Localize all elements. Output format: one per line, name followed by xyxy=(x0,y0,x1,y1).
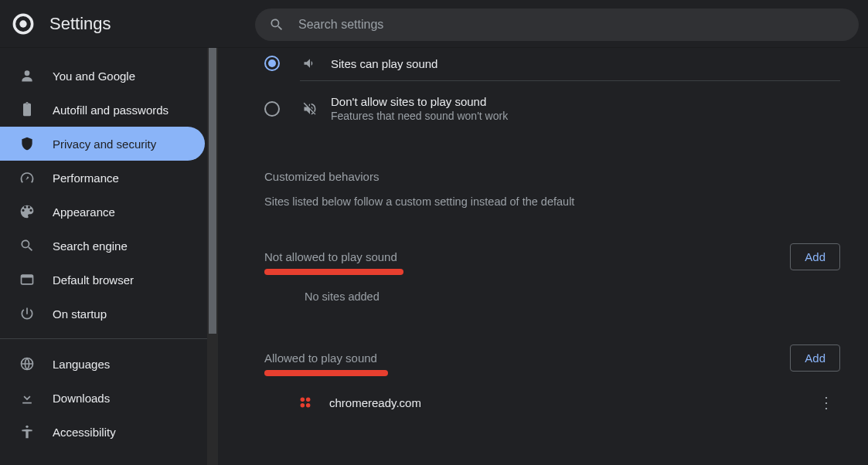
radio-selected-icon[interactable] xyxy=(264,56,280,71)
sidebar-item-privacy[interactable]: Privacy and security xyxy=(0,127,205,161)
sidebar-item-default-browser[interactable]: Default browser xyxy=(0,263,205,297)
divider xyxy=(0,338,216,339)
annotation-underline xyxy=(264,269,403,275)
accessibility-icon xyxy=(19,423,36,440)
search-icon xyxy=(269,17,284,32)
no-sites-text: No sites added xyxy=(264,290,840,303)
speed-icon xyxy=(19,169,36,186)
radio-label: Sites can play sound xyxy=(331,57,437,70)
download-icon xyxy=(19,389,36,406)
svg-point-2 xyxy=(25,70,30,76)
volume-off-icon xyxy=(301,101,318,117)
power-icon xyxy=(19,305,36,322)
add-allowed-button[interactable]: Add xyxy=(790,345,840,372)
not-allowed-header: Not allowed to play sound Add xyxy=(264,243,840,270)
sidebar-item-accessibility[interactable]: Accessibility xyxy=(0,415,205,449)
not-allowed-label: Not allowed to play sound xyxy=(264,250,397,263)
annotation-underline xyxy=(264,370,388,376)
sidebar-item-label: Default browser xyxy=(53,273,134,287)
more-actions-icon[interactable]: ⋮ xyxy=(812,390,840,415)
browser-icon xyxy=(19,271,36,288)
shield-icon xyxy=(19,135,36,152)
sidebar-item-downloads[interactable]: Downloads xyxy=(0,381,205,415)
globe-icon xyxy=(19,355,36,372)
sidebar-item-label: You and Google xyxy=(53,70,135,83)
sidebar-item-label: Languages xyxy=(53,358,110,371)
sidebar-item-label: Performance xyxy=(53,171,119,185)
search-input[interactable] xyxy=(298,18,845,32)
clipboard-icon xyxy=(19,101,36,118)
site-favicon-icon xyxy=(297,394,314,411)
allowed-header: Allowed to play sound Add xyxy=(264,345,840,372)
page-title: Settings xyxy=(49,14,111,34)
allowed-label: Allowed to play sound xyxy=(264,351,377,365)
sidebar-item-label: Accessibility xyxy=(53,426,116,439)
sidebar-item-label: Autofill and passwords xyxy=(53,104,168,117)
sidebar-item-you-google[interactable]: You and Google xyxy=(0,59,205,93)
search-icon xyxy=(19,237,36,254)
sidebar-item-label: Search engine xyxy=(53,239,128,253)
add-not-allowed-button[interactable]: Add xyxy=(790,243,840,270)
sidebar-item-startup[interactable]: On startup xyxy=(0,297,205,331)
svg-point-7 xyxy=(301,398,305,402)
sidebar-item-languages[interactable]: Languages xyxy=(0,347,205,381)
svg-point-8 xyxy=(306,398,311,402)
sidebar-item-label: Appearance xyxy=(53,205,115,219)
sidebar-item-label: Downloads xyxy=(53,392,110,405)
sidebar-item-label: Privacy and security xyxy=(53,137,156,151)
radio-unselected-icon[interactable] xyxy=(264,101,280,117)
sidebar-item-search-engine[interactable]: Search engine xyxy=(0,229,205,263)
svg-point-9 xyxy=(301,403,305,408)
search-settings-bar[interactable] xyxy=(255,8,859,41)
sidebar-item-appearance[interactable]: Appearance xyxy=(0,195,205,229)
palette-icon xyxy=(19,203,36,220)
header: Settings xyxy=(0,0,868,48)
radio-label: Don't allow sites to play sound xyxy=(331,95,508,108)
customized-behaviors-heading: Customized behaviors xyxy=(264,170,840,183)
sidebar-item-label: On startup xyxy=(53,307,107,321)
chrome-logo-icon xyxy=(12,13,34,35)
sidebar-scrollbar-track[interactable] xyxy=(207,48,218,465)
svg-rect-4 xyxy=(22,275,33,277)
sidebar-scrollbar-thumb[interactable] xyxy=(209,48,216,334)
person-icon xyxy=(19,67,36,84)
site-name: chromeready.com xyxy=(329,396,421,409)
radio-description: Features that need sound won't work xyxy=(331,110,508,122)
sidebar-item-performance[interactable]: Performance xyxy=(0,161,205,195)
sidebar: You and Google Autofill and passwords Pr… xyxy=(0,48,216,465)
volume-icon xyxy=(301,56,318,71)
radio-block-sound[interactable]: Don't allow sites to play sound Features… xyxy=(264,81,840,136)
svg-point-1 xyxy=(19,20,26,27)
svg-point-10 xyxy=(306,403,311,408)
radio-allow-sound[interactable]: Sites can play sound xyxy=(264,48,840,80)
customized-behaviors-desc: Sites listed below follow a custom setti… xyxy=(264,195,840,208)
svg-point-6 xyxy=(26,426,28,428)
sidebar-item-autofill[interactable]: Autofill and passwords xyxy=(0,93,205,127)
main-content: Sites can play sound Don't allow sites t… xyxy=(218,48,868,465)
allowed-site-row[interactable]: chromeready.com ⋮ xyxy=(264,390,840,415)
